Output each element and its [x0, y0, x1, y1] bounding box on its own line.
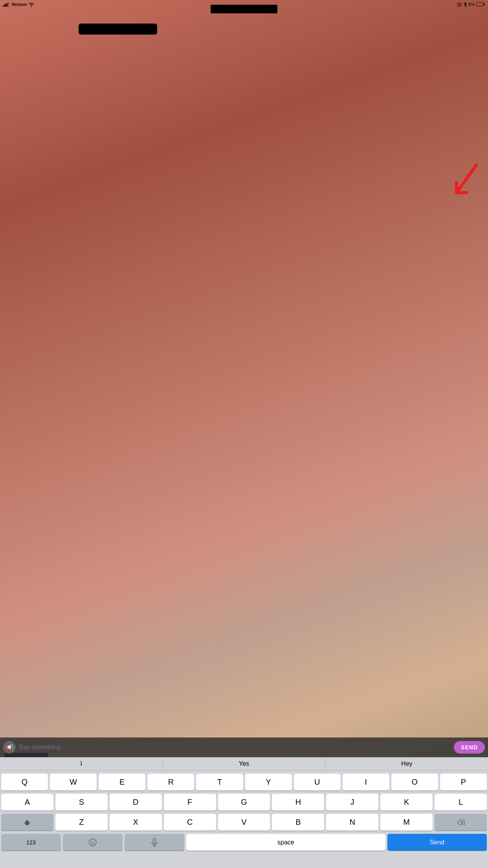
svg-rect-3: [8, 2, 9, 7]
carrier-name: Verizon: [11, 2, 27, 7]
status-left: Verizon: [3, 2, 35, 7]
wifi-icon: [28, 2, 35, 7]
status-bar: Verizon 6%: [0, 0, 163, 9]
redacted-top-right: [79, 24, 157, 35]
svg-rect-2: [6, 3, 7, 7]
svg-rect-1: [5, 4, 6, 7]
svg-rect-0: [3, 5, 4, 7]
signal-icon: [3, 2, 10, 7]
chat-overlay: Hey ✦✦ is following the broadcaster you …: [0, 51, 163, 289]
